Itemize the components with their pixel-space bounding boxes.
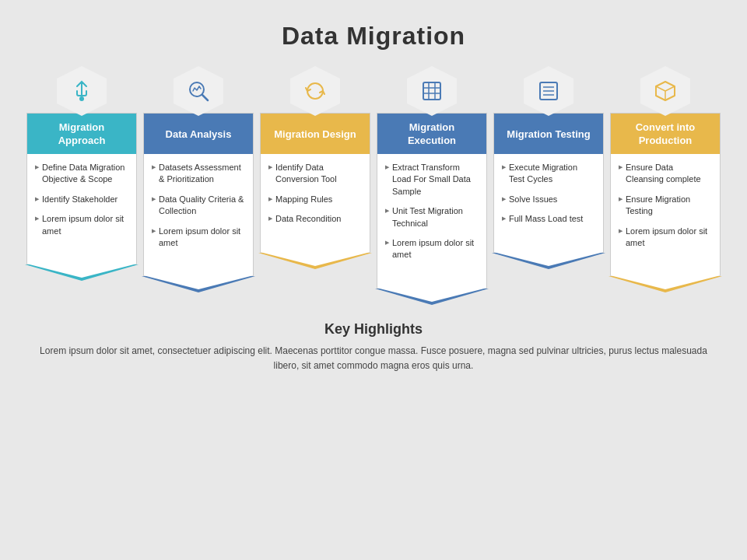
card-body-migration-design: Identify Data Conversion ToolMapping Rul… <box>261 154 370 252</box>
list-item: Data Quality Criteria & Collection <box>152 194 245 218</box>
list-item: Data Recondition <box>268 213 362 225</box>
card-wrapper-migration-execution: Migration ExecutionExtract Transform Loa… <box>377 116 487 289</box>
list-item: Lorem ipsum dolor sit amet <box>152 226 245 250</box>
card-body-convert-production: Ensure Data Cleansing completeEnsure Mig… <box>611 154 720 275</box>
svg-line-2 <box>202 95 208 100</box>
list-item: Solve Issues <box>502 194 595 205</box>
list-item: Mapping Rules <box>268 194 362 205</box>
grid-icon <box>407 66 457 116</box>
card-header-convert-production: Convert into Production <box>611 114 720 154</box>
card-body-data-analysis: Datasets Assessment & PrioritizationData… <box>144 154 253 275</box>
svg-line-13 <box>665 86 675 91</box>
list-item: Lorem ipsum dolor sit amet <box>619 226 712 250</box>
list-item: Execute Migration Test Cycles <box>502 162 595 186</box>
list-item: Define Data Migration Objective & Scope <box>35 162 128 186</box>
card-wrapper-migration-testing: Migration TestingExecute Migration Test … <box>493 116 604 253</box>
card-header-migration-design: Migration Design <box>261 114 370 154</box>
svg-rect-3 <box>423 82 440 100</box>
box-icon <box>640 66 690 116</box>
refresh-icon <box>290 66 340 116</box>
column-migration-testing: Migration TestingExecute Migration Test … <box>493 66 604 289</box>
card-migration-approach: Migration ApproachDefine Data Migration … <box>26 113 137 264</box>
card-header-migration-testing: Migration Testing <box>494 114 603 154</box>
column-data-analysis: Data AnalysisDatasets Assessment & Prior… <box>143 66 254 289</box>
key-highlights-title: Key Highlights <box>31 321 716 338</box>
card-migration-testing: Migration TestingExecute Migration Test … <box>493 113 604 253</box>
column-migration-execution: Migration ExecutionExtract Transform Loa… <box>377 66 487 289</box>
list-item: Extract Transform Load For Small Data Sa… <box>385 162 479 198</box>
list-item: Identify Data Conversion Tool <box>268 162 362 186</box>
svg-point-0 <box>79 96 84 101</box>
key-highlights-section: Key Highlights Lorem ipsum dolor sit ame… <box>0 321 747 373</box>
card-wrapper-data-analysis: Data AnalysisDatasets Assessment & Prior… <box>143 116 254 276</box>
columns-container: Migration ApproachDefine Data Migration … <box>0 66 747 289</box>
svg-line-12 <box>656 86 665 91</box>
card-header-data-analysis: Data Analysis <box>144 114 253 154</box>
card-body-migration-approach: Define Data Migration Objective & ScopeI… <box>27 154 136 264</box>
card-migration-design: Migration DesignIdentify Data Conversion… <box>260 113 370 253</box>
column-migration-approach: Migration ApproachDefine Data Migration … <box>26 66 137 289</box>
list-item: Unit Test Migration Technical <box>385 205 479 229</box>
card-body-migration-execution: Extract Transform Load For Small Data Sa… <box>377 154 486 288</box>
usb-icon <box>57 66 107 116</box>
card-header-migration-approach: Migration Approach <box>27 114 136 154</box>
card-migration-execution: Migration ExecutionExtract Transform Loa… <box>377 113 487 289</box>
list-item: Lorem ipsum dolor sit amet <box>35 213 128 237</box>
card-data-analysis: Data AnalysisDatasets Assessment & Prior… <box>143 113 254 276</box>
list-item: Datasets Assessment & Prioritization <box>152 162 245 186</box>
card-wrapper-convert-production: Convert into ProductionEnsure Data Clean… <box>610 116 721 276</box>
list-item: Identify Stakeholder <box>35 194 128 205</box>
list-item: Full Mass Load test <box>502 213 595 225</box>
list-icon <box>524 66 573 116</box>
page-title: Data Migration <box>282 22 465 51</box>
card-convert-production: Convert into ProductionEnsure Data Clean… <box>610 113 721 276</box>
card-wrapper-migration-approach: Migration ApproachDefine Data Migration … <box>26 116 137 264</box>
list-item: Ensure Migration Testing <box>619 194 712 218</box>
search-chart-icon <box>174 66 223 116</box>
card-wrapper-migration-design: Migration DesignIdentify Data Conversion… <box>260 116 370 253</box>
column-migration-design: Migration DesignIdentify Data Conversion… <box>260 66 370 289</box>
card-body-migration-testing: Execute Migration Test CyclesSolve Issue… <box>494 154 603 252</box>
list-item: Lorem ipsum dolor sit amet <box>385 237 479 261</box>
column-convert-production: Convert into ProductionEnsure Data Clean… <box>610 66 721 289</box>
key-highlights-text: Lorem ipsum dolor sit amet, consectetuer… <box>31 344 716 373</box>
card-header-migration-execution: Migration Execution <box>377 114 486 154</box>
list-item: Ensure Data Cleansing complete <box>619 162 712 186</box>
